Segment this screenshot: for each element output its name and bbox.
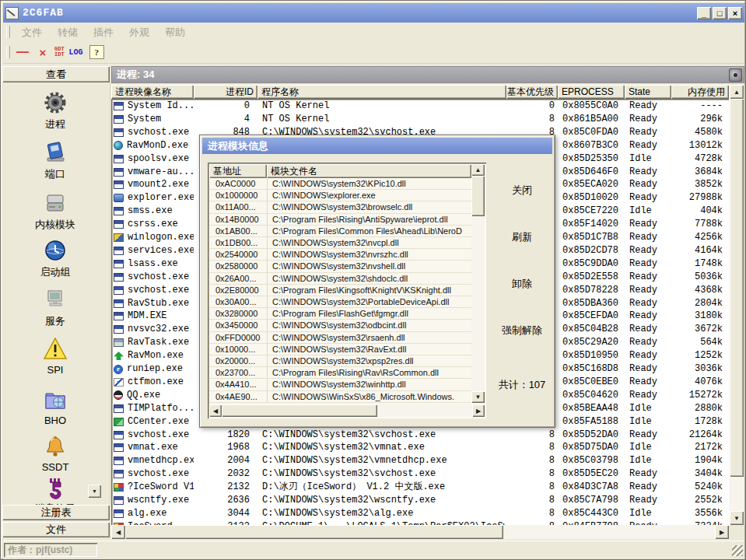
sidebar-item-process[interactable] bbox=[4, 89, 107, 119]
table-row[interactable]: vmnetdhcp.exe2004C:\WINDOWS\system32\vmn… bbox=[111, 454, 729, 467]
vertical-scroll-thumb[interactable] bbox=[730, 99, 744, 477]
table-row[interactable]: wscntfy.exe2636C:\WINDOWS\system32\wscnt… bbox=[111, 494, 729, 507]
close-button[interactable]: × bbox=[728, 7, 742, 19]
module-row[interactable]: 0x10000...C:\WINDOWS\system32\RavExt.dll bbox=[209, 344, 471, 355]
table-row[interactable]: alg.exe3044C:\WINDOWS\system32\alg.exe80… bbox=[111, 507, 729, 520]
module-row[interactable]: 0x20000...C:\WINDOWS\system32\xpsp2res.d… bbox=[209, 355, 471, 367]
column-header-0[interactable]: 进程映像名称 bbox=[111, 85, 194, 99]
scroll-left-icon[interactable]: ◀ bbox=[209, 404, 222, 417]
module-column-header-1[interactable]: 模块文件名 bbox=[267, 164, 471, 178]
scroll-up-icon[interactable]: ▲ bbox=[471, 164, 485, 176]
sidebar-item-kernel-module[interactable] bbox=[4, 190, 107, 219]
gear-icon[interactable] bbox=[729, 68, 742, 82]
menu-item-4[interactable]: 帮助 bbox=[157, 26, 193, 38]
scroll-right-icon[interactable]: ▶ bbox=[472, 404, 485, 417]
module-row[interactable]: 0x26A00...C:\WINDOWS\system32\shdoclc.dl… bbox=[209, 273, 471, 285]
scroll-left-icon[interactable]: ◀ bbox=[111, 525, 125, 539]
horizontal-scroll-thumb[interactable] bbox=[125, 525, 503, 539]
dialog-title-bar[interactable]: 进程模块信息 bbox=[202, 138, 552, 154]
kill-tool-icon[interactable]: × bbox=[34, 44, 51, 61]
refresh-module-button[interactable]: 刷新 bbox=[494, 230, 550, 244]
process-name-cell: spoolsv.exe bbox=[111, 152, 194, 166]
log-tool-icon[interactable]: LOG bbox=[69, 48, 83, 57]
table-row[interactable]: ?IceSword V12132D:\冰刃（IceSword） V1.2 中文版… bbox=[111, 481, 729, 494]
menubar-grip[interactable] bbox=[6, 26, 10, 38]
close-module-button[interactable]: 关闭 bbox=[494, 184, 550, 198]
sidebar-item-spi-warning[interactable] bbox=[4, 336, 107, 366]
module-row[interactable]: 0x14B0000C:\Program Files\Rising\AntiSpy… bbox=[209, 214, 471, 226]
sidebar-item-label: 内核模块 bbox=[4, 218, 107, 230]
module-row[interactable]: 0x23700...C:\Program Files\Rising\Rav\Rs… bbox=[209, 367, 471, 379]
module-row[interactable]: 0x1DB00...C:\WINDOWS\system32\nvcpl.dll bbox=[209, 237, 471, 249]
table-row[interactable]: svchost.exe1820C:\WINDOWS\system32\svcho… bbox=[111, 429, 729, 442]
process-path: C:\WINDOWS\system32\svchost.exe bbox=[257, 429, 506, 442]
toolbar-grip[interactable] bbox=[6, 46, 10, 58]
sidebar-item-services[interactable] bbox=[4, 286, 107, 316]
module-row[interactable]: 0x2E80000C:\Program Files\Kingsoft\Knigh… bbox=[209, 285, 471, 296]
module-row[interactable]: 0x4A410...C:\WINDOWS\system32\winhttp.dl… bbox=[209, 379, 471, 390]
menu-item-3[interactable]: 外观 bbox=[121, 26, 157, 38]
force-unload-module-button[interactable]: 强制解除 bbox=[494, 324, 550, 338]
maximize-button[interactable]: □ bbox=[713, 7, 727, 19]
module-row[interactable]: 0x3450000C:\WINDOWS\system32\odbcint.dll bbox=[209, 320, 471, 331]
module-row[interactable]: 0xFFD0000C:\WINDOWS\system32\rsaenh.dll bbox=[209, 332, 471, 344]
minimize-button[interactable]: _ bbox=[697, 7, 711, 19]
column-header-6[interactable]: 内存使用 bbox=[671, 85, 729, 99]
table-row[interactable]: svchost.exe2032C:\WINDOWS\system32\svcho… bbox=[111, 467, 729, 481]
column-header-5[interactable]: State bbox=[625, 85, 671, 99]
column-header-2[interactable]: 程序名称 bbox=[257, 85, 506, 99]
memory-usage: 564k bbox=[671, 336, 729, 349]
column-header-1[interactable]: 进程ID bbox=[194, 85, 257, 99]
module-row[interactable]: 0x2540000C:\WINDOWS\system32\nvrszhc.dll bbox=[209, 249, 471, 261]
module-vscroll-thumb[interactable] bbox=[471, 176, 485, 216]
sidebar-file-button[interactable]: 文件 bbox=[2, 522, 110, 537]
scroll-down-icon[interactable]: ▼ bbox=[471, 391, 485, 403]
module-row[interactable]: 0x30A00...C:\WINDOWS\system32\PortableDe… bbox=[209, 296, 471, 308]
memory-usage: 5240k bbox=[671, 481, 729, 494]
gdt-idt-tool-icon[interactable]: GDT IDT bbox=[54, 47, 65, 58]
sidebar-registry-button[interactable]: 注册表 bbox=[2, 505, 110, 520]
process-name-cell: ?IceSword V1 bbox=[111, 481, 194, 494]
process-state: Idle bbox=[625, 152, 671, 166]
module-row[interactable]: 0x4AE90...C:\WINDOWS\WinSxS\x86_Microsof… bbox=[209, 391, 471, 403]
scroll-down-icon[interactable]: ▼ bbox=[730, 511, 744, 525]
idt-label: IDT bbox=[54, 52, 65, 58]
module-vertical-scrollbar[interactable]: ▲ ▼ bbox=[471, 164, 485, 403]
module-row[interactable]: 0x3280000C:\Program Files\FlashGet\fgmgr… bbox=[209, 308, 471, 320]
help-tool-icon[interactable]: ? bbox=[89, 45, 104, 59]
scroll-up-icon[interactable]: ▲ bbox=[730, 85, 744, 99]
table-row[interactable]: System4NT OS Kernel80x861B5A00Ready296k bbox=[111, 113, 729, 126]
sidebar-item-ssdt-bell[interactable] bbox=[4, 433, 107, 463]
sidebar-scroll-down-button[interactable]: ▼ bbox=[88, 485, 101, 498]
resize-grip[interactable] bbox=[732, 545, 743, 556]
module-horizontal-scrollbar[interactable]: ◀ ▶ bbox=[209, 404, 485, 417]
sidebar-header-view[interactable]: 查看 bbox=[2, 66, 110, 82]
table-row[interactable]: System Id...0NT OS Kernel00x8055C0A0Read… bbox=[111, 100, 729, 113]
module-hscroll-thumb[interactable] bbox=[222, 404, 377, 417]
menu-item-2[interactable]: 插件 bbox=[86, 26, 121, 38]
process-name: svchost.exe bbox=[128, 429, 189, 442]
menu-item-1[interactable]: 转储 bbox=[50, 26, 86, 38]
module-row[interactable]: 0x11A00...C:\WINDOWS\system32\browselc.d… bbox=[209, 201, 471, 213]
scroll-right-icon[interactable]: ▶ bbox=[715, 525, 729, 539]
module-row[interactable]: 0x1000000C:\WINDOWS\explorer.exe bbox=[209, 190, 471, 201]
process-state: Ready bbox=[625, 178, 671, 191]
column-header-4[interactable]: EPROCESS bbox=[558, 85, 625, 99]
base-priority: 8 bbox=[506, 429, 558, 442]
terminate-tool-icon[interactable]: — bbox=[14, 44, 31, 61]
sidebar-item-ports[interactable] bbox=[4, 139, 107, 169]
sidebar-item-bho-folder[interactable] bbox=[4, 387, 107, 416]
process-module-dialog: 进程模块信息 基地址模块文件名 0xAC0000C:\WINDOWS\syste… bbox=[199, 135, 555, 428]
column-header-3[interactable]: 基本优先级 bbox=[506, 85, 558, 99]
table-row[interactable]: vmnat.exe1968C:\WINDOWS\system32\vmnat.e… bbox=[111, 441, 729, 454]
unload-module-button[interactable]: 卸除 bbox=[494, 277, 550, 291]
module-column-header-0[interactable]: 基地址 bbox=[209, 164, 267, 178]
table-vertical-scrollbar[interactable]: ▲ ▼ bbox=[729, 85, 744, 525]
module-row[interactable]: 0xAC0000C:\WINDOWS\system32\KPic10.dll bbox=[209, 178, 471, 190]
sidebar-item-startup-group[interactable] bbox=[4, 237, 107, 267]
module-row[interactable]: 0x2580000C:\WINDOWS\system32\nvshell.dll bbox=[209, 261, 471, 272]
module-row[interactable]: 0x1AB00...C:\Program Files\Common Files\… bbox=[209, 226, 471, 237]
table-horizontal-scrollbar[interactable]: ◀ ▶ bbox=[111, 525, 729, 539]
module-base-address: 0x4A410... bbox=[209, 379, 267, 390]
menu-item-0[interactable]: 文件 bbox=[14, 26, 50, 38]
